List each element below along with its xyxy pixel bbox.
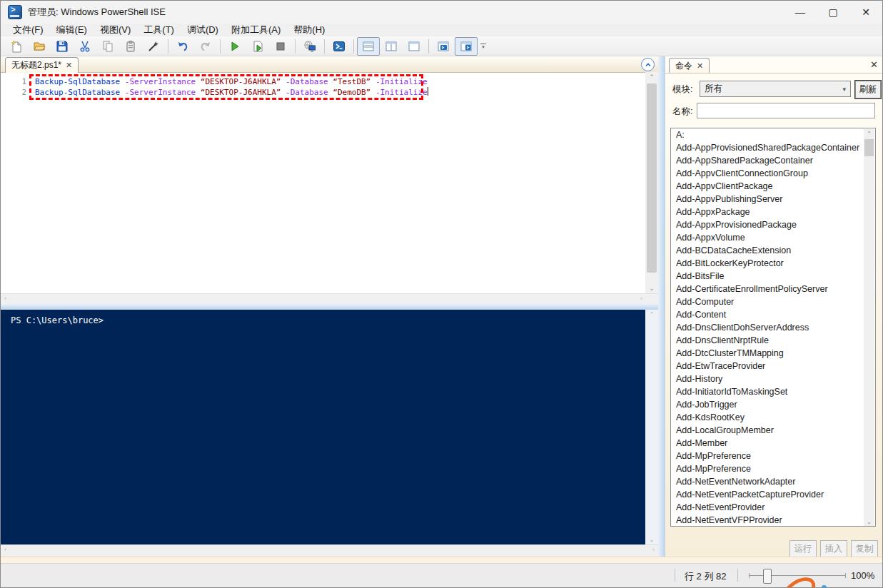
scroll-left-icon[interactable]: ‹ — [4, 295, 6, 302]
command-list-item[interactable]: Add-NetEventNetworkAdapter — [671, 475, 875, 488]
editor-vertical-scrollbar[interactable]: ⌃ ⌄ — [645, 72, 658, 293]
scroll-up-icon[interactable]: ⌃ — [645, 311, 658, 318]
panel-close-icon[interactable]: ✕ — [870, 59, 878, 70]
new-remote-powershell-tab-button[interactable] — [298, 37, 321, 56]
console-pane[interactable]: PS C:\Users\bruce> — [1, 310, 645, 544]
command-list-item[interactable]: Add-InitiatorIdToMaskingSet — [671, 385, 875, 398]
command-list-item[interactable]: A: — [671, 128, 875, 141]
command-list-item[interactable]: Add-AppvClientConnectionGroup — [671, 167, 875, 180]
panel-splitter[interactable] — [658, 56, 665, 557]
script-editor[interactable]: 1Backup-SqlDatabase -ServerInstance “DES… — [1, 72, 645, 294]
command-list-item[interactable]: Add-DnsClientNrptRule — [671, 334, 875, 347]
command-list-item[interactable]: Add-CertificateEnrollmentPolicyServer — [671, 283, 875, 295]
command-list-item[interactable]: Add-AppProvisionedSharedPackageContainer — [671, 141, 875, 154]
scroll-left-icon[interactable]: ‹ — [4, 546, 6, 553]
show-script-pane-maximized-button[interactable] — [403, 37, 425, 56]
copy-command-button[interactable]: 复制 — [851, 540, 878, 557]
scroll-up-icon[interactable]: ⌃ — [645, 74, 658, 81]
undo-button[interactable] — [171, 37, 194, 56]
command-list-item[interactable]: Add-KdsRootKey — [671, 411, 875, 424]
zoom-slider-thumb[interactable] — [763, 569, 772, 584]
scroll-right-icon[interactable]: › — [652, 546, 655, 553]
show-script-pane-top-button[interactable] — [357, 37, 380, 56]
stop-button[interactable] — [269, 37, 292, 56]
console-vertical-scrollbar[interactable]: ⌃ ⌄ — [645, 310, 658, 544]
command-list-item[interactable]: Add-JobTrigger — [671, 398, 875, 411]
scroll-up-icon[interactable]: ⌃ — [864, 131, 874, 137]
command-list-item[interactable]: Add-Member — [671, 437, 875, 450]
command-list-item[interactable]: Add-AppxProvisionedPackage — [671, 218, 875, 231]
script-and-console-region: 无标题2.ps1* ✕ 1Backup-SqlDatabase -ServerI… — [1, 56, 658, 557]
script-pane-right-toggle-button[interactable] — [455, 37, 478, 56]
command-list-item[interactable]: Add-DtcClusterTMMapping — [671, 347, 875, 360]
command-list-item[interactable]: Add-MpPreference — [671, 450, 875, 462]
scroll-right-icon[interactable]: › — [640, 295, 642, 302]
command-list-item[interactable]: Add-EtwTraceProvider — [671, 360, 875, 372]
command-list-item[interactable]: Add-BitLockerKeyProtector — [671, 257, 875, 270]
script-tab-close-icon[interactable]: ✕ — [66, 61, 72, 70]
menu-item[interactable]: 编辑(E) — [50, 23, 94, 37]
command-list-item[interactable]: Add-AppxPackage — [671, 206, 875, 218]
list-vertical-scrollbar[interactable]: ⌃ ⌄ — [864, 129, 874, 527]
cut-button[interactable] — [74, 37, 96, 56]
command-list-item[interactable]: Add-BCDataCacheExtension — [671, 244, 875, 257]
command-list-item[interactable]: Add-BitsFile — [671, 270, 875, 283]
run-script-button[interactable] — [223, 37, 246, 56]
scroll-down-icon[interactable]: ⌄ — [645, 536, 658, 543]
menu-item[interactable]: 附加工具(A) — [225, 23, 287, 37]
refresh-button[interactable]: 刷新 — [854, 80, 882, 99]
run-selection-button[interactable] — [246, 37, 269, 56]
editor-scrollbar-thumb[interactable] — [647, 83, 657, 273]
name-input[interactable] — [697, 103, 875, 118]
editor-console-splitter[interactable] — [1, 304, 658, 310]
paste-button[interactable] — [119, 37, 142, 56]
new-script-button[interactable] — [5, 37, 28, 56]
command-list-item[interactable]: Add-History — [671, 372, 875, 385]
menu-item[interactable]: 视图(V) — [94, 23, 137, 37]
script-pane-toggle-button[interactable] — [432, 37, 455, 56]
chevron-down-icon: ▾ — [842, 86, 846, 93]
redo-button[interactable] — [194, 37, 217, 56]
start-powershell-button[interactable] — [328, 37, 350, 56]
copy-button[interactable] — [96, 37, 119, 56]
console-horizontal-scrollbar[interactable]: ‹ › — [1, 544, 658, 557]
command-list-item[interactable]: Add-AppvClientPackage — [671, 180, 875, 193]
script-tab[interactable]: 无标题2.ps1* ✕ — [5, 57, 79, 73]
run-command-button[interactable]: 运行 — [789, 540, 817, 557]
module-dropdown-value: 所有 — [705, 83, 722, 95]
powershell-ise-app-icon — [8, 5, 22, 19]
close-button[interactable]: ✕ — [849, 1, 882, 24]
editor-horizontal-scrollbar[interactable]: ‹ › — [1, 293, 658, 305]
command-list-item[interactable]: Add-NetEventPacketCaptureProvider — [671, 488, 875, 501]
command-list-item[interactable]: Add-AppSharedPackageContainer — [671, 154, 875, 167]
menu-item[interactable]: 调试(D) — [181, 23, 225, 37]
collapse-script-pane-button[interactable] — [641, 58, 655, 71]
clear-console-button[interactable] — [142, 37, 165, 56]
open-script-button[interactable] — [28, 37, 51, 56]
command-list-item[interactable]: Add-DnsClientDohServerAddress — [671, 321, 875, 334]
command-list-item[interactable]: Add-Content — [671, 308, 875, 321]
command-list-item[interactable]: Add-NetEventProvider — [671, 501, 875, 514]
module-dropdown[interactable]: 所有 ▾ — [700, 81, 851, 97]
command-list-item[interactable]: Add-NetEventVFPProvider — [671, 514, 875, 527]
toolbar-overflow-button[interactable]: ▾ — [480, 44, 486, 49]
commands-tab-close-icon[interactable]: ✕ — [697, 61, 703, 71]
command-list-item[interactable]: Add-LocalGroupMember — [671, 424, 875, 437]
command-list-item[interactable]: Add-Computer — [671, 295, 875, 308]
command-list-item[interactable]: Add-AppxVolume — [671, 231, 875, 244]
scroll-down-icon[interactable]: ⌄ — [864, 519, 874, 525]
command-list-item[interactable]: Add-MpPreference — [671, 462, 875, 475]
minimize-button[interactable]: — — [784, 1, 817, 24]
scroll-down-icon[interactable]: ⌄ — [645, 285, 658, 292]
show-script-pane-right-button[interactable] — [380, 37, 403, 56]
list-scrollbar-thumb[interactable] — [864, 139, 874, 156]
menu-item[interactable]: 文件(F) — [6, 23, 50, 37]
save-button[interactable] — [51, 37, 74, 56]
command-list-item[interactable]: Add-AppvPublishingServer — [671, 193, 875, 206]
insert-command-button[interactable]: 插入 — [820, 540, 847, 557]
menu-item[interactable]: 帮助(H) — [287, 23, 331, 37]
commands-tab[interactable]: 命令 ✕ — [669, 58, 710, 74]
menu-item[interactable]: 工具(T) — [137, 23, 181, 37]
command-list[interactable]: A:Add-AppProvisionedSharedPackageContain… — [670, 128, 876, 527]
maximize-button[interactable]: ▢ — [817, 1, 849, 24]
